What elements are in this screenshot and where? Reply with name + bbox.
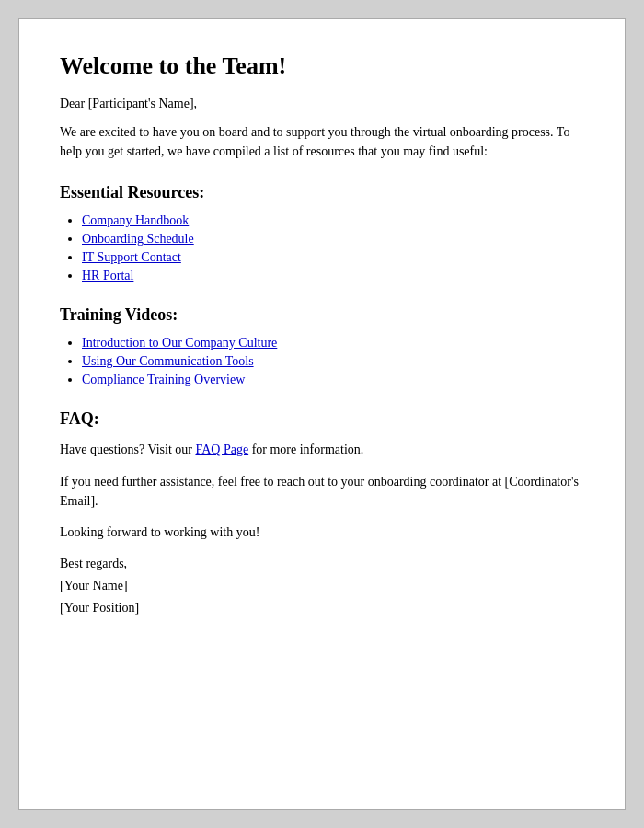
training-videos-list: Introduction to Our Company Culture Usin…	[82, 336, 584, 387]
signature-line-1: Best regards,	[60, 553, 584, 575]
communication-tools-link[interactable]: Using Our Communication Tools	[82, 354, 254, 368]
greeting-text: Dear [Participant's Name],	[60, 97, 584, 111]
signature-block: Best regards, [Your Name] [Your Position…	[60, 553, 584, 618]
faq-page-link[interactable]: FAQ Page	[195, 443, 248, 456]
company-culture-link[interactable]: Introduction to Our Company Culture	[82, 336, 277, 350]
page-title: Welcome to the Team!	[60, 52, 584, 80]
list-item: IT Support Contact	[82, 250, 584, 265]
signature-line-3: [Your Position]	[60, 597, 584, 619]
company-handbook-link[interactable]: Company Handbook	[82, 213, 189, 227]
intro-paragraph: We are excited to have you on board and …	[60, 122, 584, 161]
list-item: Onboarding Schedule	[82, 232, 584, 247]
faq-text-before: Have questions? Visit our	[60, 443, 195, 456]
onboarding-schedule-link[interactable]: Onboarding Schedule	[82, 232, 194, 246]
faq-text-2: If you need further assistance, feel fre…	[60, 472, 584, 511]
compliance-training-link[interactable]: Compliance Training Overview	[82, 373, 245, 386]
essential-resources-list: Company Handbook Onboarding Schedule IT …	[82, 213, 584, 283]
hr-portal-link[interactable]: HR Portal	[82, 269, 133, 282]
faq-section: Have questions? Visit our FAQ Page for m…	[60, 440, 584, 511]
it-support-contact-link[interactable]: IT Support Contact	[82, 250, 181, 264]
list-item: Company Handbook	[82, 213, 584, 228]
list-item: Compliance Training Overview	[82, 373, 584, 387]
list-item: Introduction to Our Company Culture	[82, 336, 584, 351]
training-videos-heading: Training Videos:	[60, 305, 584, 325]
faq-heading: FAQ:	[60, 409, 584, 429]
faq-text-after: for more information.	[248, 443, 363, 456]
page-container: Welcome to the Team! Dear [Participant's…	[18, 18, 626, 810]
list-item: Using Our Communication Tools	[82, 354, 584, 369]
faq-text-1: Have questions? Visit our FAQ Page for m…	[60, 440, 584, 459]
list-item: HR Portal	[82, 269, 584, 283]
essential-resources-heading: Essential Resources:	[60, 183, 584, 202]
closing-text: Looking forward to working with you!	[60, 525, 584, 540]
signature-line-2: [Your Name]	[60, 575, 584, 597]
